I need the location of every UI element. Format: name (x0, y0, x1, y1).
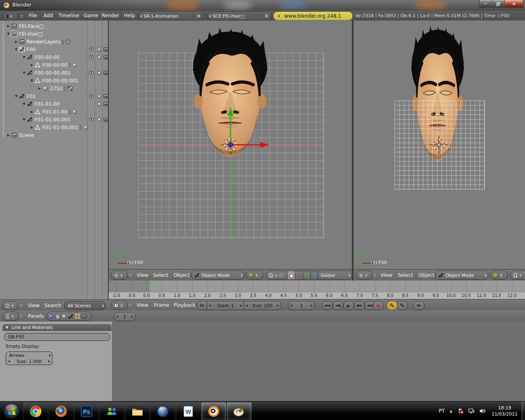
outliner-menu-view[interactable]: View (28, 303, 39, 308)
increment-arrow[interactable]: ▶ (130, 315, 135, 318)
end-frame-field[interactable]: ◀End: 250▶ (244, 301, 281, 310)
expand-arrow-icon[interactable]: ▶ (6, 133, 11, 137)
viewport-3d-left[interactable]: (1) F00 (109, 21, 352, 269)
expand-arrow-icon[interactable]: ▼ (21, 55, 27, 59)
timeline-menu-view[interactable]: View (137, 302, 148, 308)
decrement-arrow[interactable]: ◀ (6, 360, 11, 363)
action-center-flag-icon[interactable] (457, 408, 464, 414)
toggle-render[interactable] (103, 101, 109, 107)
outliner-item-label[interactable]: F01-01-00 (42, 109, 67, 115)
expand-arrow-icon[interactable]: ▶ (14, 40, 19, 43)
outliner-row-F00[interactable]: ▼F00 (14, 46, 36, 53)
decrement-arrow[interactable]: ◀ (288, 304, 294, 307)
previous-keyframe-button[interactable]: ◀◀▮ (333, 301, 343, 310)
window-titlebar[interactable]: Blender — × (0, 0, 525, 11)
toggle-cursor[interactable] (96, 101, 102, 107)
manipulator-widget-button[interactable]: ▲▼ (510, 271, 525, 280)
restore-button[interactable] (491, 0, 505, 8)
rotate-manip-button[interactable] (303, 271, 311, 280)
scene-selector[interactable]: ▲▼ SCE:FEI-Hair□ × (207, 11, 272, 21)
outliner-item-label[interactable]: 2752 (50, 86, 63, 91)
hand-tool-button[interactable] (287, 271, 295, 280)
manipulator-widget-button[interactable]: ▲▼ (266, 271, 289, 280)
outliner-row-FEI-Hair[interactable]: ▼FEI-Hair□ (6, 30, 43, 38)
outliner-item-label[interactable]: F01-01-00.001 (42, 125, 78, 130)
object-menu[interactable]: Object (173, 272, 189, 278)
outliner-item-label[interactable]: F01-01-00 (34, 101, 59, 107)
timeline-editor-type-button[interactable]: ▲▼ (111, 301, 128, 310)
audio-mute-button[interactable] (413, 301, 425, 310)
draw-mode-button[interactable]: ▲▼ (491, 271, 508, 280)
viewport-editor-type-button[interactable]: ▲▼ (111, 271, 128, 280)
view-menu[interactable]: View (137, 272, 148, 278)
editor-type-stepper[interactable]: ▲▼ (119, 304, 124, 307)
manipulator-center[interactable] (228, 142, 233, 147)
outliner-row-F01[interactable]: ▼F01 (14, 92, 36, 100)
header-collapse-triangle[interactable]: ▽ (20, 304, 23, 308)
outliner-item-label[interactable]: F01 (27, 94, 36, 99)
toggle-render[interactable] (103, 47, 109, 52)
outliner-editor-type-button[interactable]: ▲▼ (2, 301, 18, 310)
menu-timeline[interactable]: Timeline (58, 13, 79, 18)
header-collapse-triangle[interactable]: ▽ (129, 273, 132, 277)
start-frame-field[interactable]: ◀Start: 1▶ (207, 301, 244, 310)
increment-arrow[interactable]: ▶ (239, 304, 244, 307)
expand-arrow-icon[interactable]: ▶ (29, 110, 34, 114)
outliner-item-label[interactable]: F00-00-00.001 (42, 78, 78, 84)
scene-selector-value[interactable]: SCE:FEI-Hair□ (212, 14, 261, 19)
toggle-eye-closed[interactable] (89, 101, 94, 107)
outliner-row-F01-01-00.001[interactable]: ▶F01-01-00.001| (29, 123, 88, 131)
outliner-panel[interactable]: ▶FEI-Face□▼FEI-Hair□▶RenderLayers|▼F00▼F… (0, 21, 109, 299)
outliner-item-label[interactable]: F01-01-00.001 (34, 117, 71, 123)
outliner-row-F01-01-00.001[interactable]: ▼F01-01-00.001 (21, 116, 71, 123)
expand-arrow-icon[interactable]: ▶ (6, 24, 11, 28)
screen-browse-icon[interactable]: ▲▼ (139, 14, 144, 18)
taskbar-app-firefox[interactable] (49, 402, 73, 420)
toggle-render[interactable] (103, 117, 109, 122)
header-collapse-triangle[interactable]: ▽ (128, 303, 131, 307)
show-desktop-button[interactable] (522, 402, 525, 420)
cursor-3d-icon[interactable] (427, 132, 451, 157)
editor-type-stepper[interactable]: ▲▼ (119, 274, 124, 277)
taskbar-app-explorer[interactable] (125, 402, 150, 420)
editor-type-stepper[interactable]: ▲▼ (10, 304, 15, 307)
language-indicator[interactable]: PT (439, 408, 445, 414)
outliner-item-label[interactable]: F00-00-00.001 (34, 70, 71, 76)
editor-type-stepper[interactable]: ▲▼ (10, 315, 15, 318)
object-menu[interactable]: Object (418, 272, 434, 278)
timeline-menu-playback[interactable]: Playback (173, 302, 196, 308)
viewport-editor-type-button[interactable]: ▲▼ (356, 271, 372, 280)
object-name-field[interactable]: OB:F00 (4, 333, 110, 341)
taskbar-app-messenger[interactable] (100, 402, 124, 420)
increment-arrow[interactable]: ▶ (276, 304, 281, 307)
translate-manip-button[interactable]: ▲ (295, 271, 303, 280)
orientation-dropdown[interactable]: Global ▲▼ (317, 271, 352, 280)
outliner-item-label[interactable]: RenderLayers (27, 39, 60, 45)
editor-type-stepper[interactable]: ▲▼ (9, 14, 14, 18)
expand-arrow-icon[interactable]: ▶ (37, 87, 42, 90)
toggle-cursor[interactable] (96, 47, 102, 52)
outliner-item-label[interactable]: FEI-Hair□ (19, 31, 43, 37)
menu-file[interactable]: File (29, 13, 37, 18)
toggle-eye[interactable] (89, 94, 94, 99)
taskbar-app-paint[interactable] (227, 402, 251, 420)
network-icon[interactable] (468, 408, 475, 414)
increment-arrow[interactable]: ▶ (47, 360, 52, 363)
viewport-3d-right[interactable]: (1) F00 (354, 21, 525, 269)
panel-collapse-triangle[interactable]: ▼ (6, 326, 8, 329)
scene-delete-icon[interactable]: × (261, 13, 272, 19)
draw-mode-button[interactable]: ▲▼ (246, 271, 263, 280)
expand-arrow-icon[interactable]: ▼ (14, 48, 19, 51)
increment-arrow[interactable]: ▶ (309, 304, 315, 307)
toggle-cursor[interactable] (96, 55, 102, 60)
play-button[interactable]: ▶ (343, 301, 354, 310)
header-collapse-triangle[interactable]: ▽ (373, 273, 376, 277)
outliner-scope-dropdown[interactable]: All Scenes ▲▼ (64, 301, 106, 310)
toggle-render[interactable] (103, 70, 109, 75)
outliner-item-label[interactable]: FEI-Face□ (19, 23, 44, 29)
outliner-scrollbar[interactable] (2, 22, 5, 137)
toggle-eye[interactable] (89, 55, 94, 60)
taskbar-clock[interactable]: 18:19 11/03/2011 (492, 405, 518, 417)
empty-size-field[interactable]: ◀ Size: 1.000 ▶ (6, 358, 52, 365)
menu-render[interactable]: Render (102, 13, 119, 18)
